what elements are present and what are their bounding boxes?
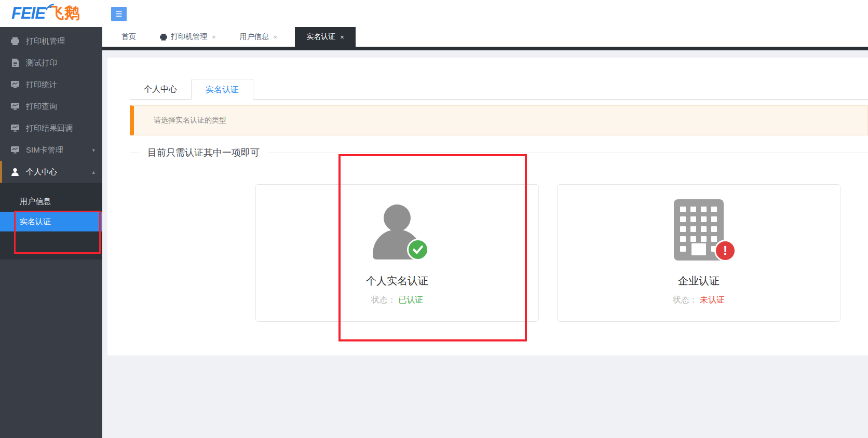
monitor-icon [11,124,19,132]
sidebar-item-personal-center[interactable]: 个人中心 ▴ [0,161,102,183]
tab-personal-center[interactable]: 个人中心 [130,79,191,100]
sidebar: 打印机管理 测试打印 打印统计 打印查询 打印结果回调 [0,27,102,438]
tab-label: 用户信息 [240,32,269,42]
menu-toggle-button[interactable]: ☰ [111,7,127,21]
card-status: 状态： 已认证 [371,295,423,306]
card-status: 状态： 未认证 [673,295,725,306]
check-badge-icon [407,239,429,261]
sidebar-item-sim-management[interactable]: SIM卡管理 ▾ [0,139,102,161]
top-bar: FEIE 飞鹅 ☰ [0,0,868,27]
sidebar-item-printer-management[interactable]: 打印机管理 [0,30,102,52]
sidebar-item-label: 打印统计 [26,80,57,90]
close-icon[interactable]: × [274,33,278,41]
caret-down-icon: ▾ [92,147,95,154]
sidebar-item-label: 打印结果回调 [26,124,73,133]
profile-tabs: 个人中心 实名认证 [130,79,868,100]
sidebar-item-label: SIM卡管理 [26,145,63,155]
sidebar-item-label: 打印查询 [26,102,57,112]
enterprise-auth-card[interactable]: ! 企业认证 状态： 未认证 [557,184,840,322]
tab-realname-auth[interactable]: 实名认证 × [295,27,356,47]
card-title: 企业认证 [678,274,720,288]
tab-label: 打印机管理 [171,32,207,42]
close-icon[interactable]: × [340,33,344,41]
divider-line [267,153,868,153]
signal-icon [45,3,55,10]
exclamation-badge-icon: ! [714,240,736,262]
open-pages-tabbar: 首页 打印机管理 × 用户信息 × 实名认证 × [102,27,868,50]
sidebar-item-label: 测试打印 [26,58,57,68]
sidebar-item-print-callback[interactable]: 打印结果回调 [0,117,102,139]
building-icon: ! [674,204,724,261]
tab-user-info[interactable]: 用户信息 × [234,27,284,47]
status-label: 状态： [371,295,396,304]
personal-auth-card[interactable]: 个人实名认证 状态： 已认证 [255,184,539,322]
user-icon [11,168,19,176]
status-label: 状态： [673,295,698,304]
sidebar-subitem-user-info[interactable]: 用户信息 [0,191,102,212]
status-value: 未认证 [700,295,725,304]
menu-icon: ☰ [115,9,122,19]
warning-alert: 请选择实名认证的类型 [130,105,868,135]
sidebar-item-print-stats[interactable]: 打印统计 [0,74,102,95]
section-divider: 目前只需认证其中一项即可 [130,146,868,159]
tab-printer-management[interactable]: 打印机管理 × [154,27,222,47]
content-panel: 个人中心 实名认证 请选择实名认证的类型 目前只需认证其中一项即可 个人实名认证… [107,58,868,355]
close-icon[interactable]: × [212,33,216,41]
sidebar-item-label: 个人中心 [26,167,57,177]
sidebar-subitem-realname-auth[interactable]: 实名认证 [0,212,102,231]
divider-line [130,153,140,153]
card-title: 个人实名认证 [366,274,428,288]
divider-text: 目前只需认证其中一项即可 [140,146,267,159]
auth-type-cards: 个人实名认证 状态： 已认证 ! [130,184,868,322]
monitor-icon [11,102,19,111]
logo-text-en: FEIE [11,4,45,23]
monitor-icon [11,80,19,89]
tab-label: 实名认证 [306,32,335,42]
printer-icon [11,37,19,45]
sidebar-item-print-query[interactable]: 打印查询 [0,95,102,117]
sidebar-item-label: 打印机管理 [26,36,65,46]
status-value: 已认证 [398,295,423,304]
personal-center-submenu: 用户信息 实名认证 [0,183,102,259]
tab-home[interactable]: 首页 [115,27,142,47]
printer-icon [160,34,167,40]
person-icon [373,204,422,261]
document-icon [11,59,19,67]
sidebar-item-test-print[interactable]: 测试打印 [0,52,102,74]
tab-label: 首页 [121,32,136,42]
app-logo: FEIE 飞鹅 [11,2,80,25]
alert-text: 请选择实名认证的类型 [134,116,226,125]
caret-up-icon: ▴ [92,169,95,175]
tab-realname-verification[interactable]: 实名认证 [191,79,253,100]
monitor-icon [11,146,19,154]
